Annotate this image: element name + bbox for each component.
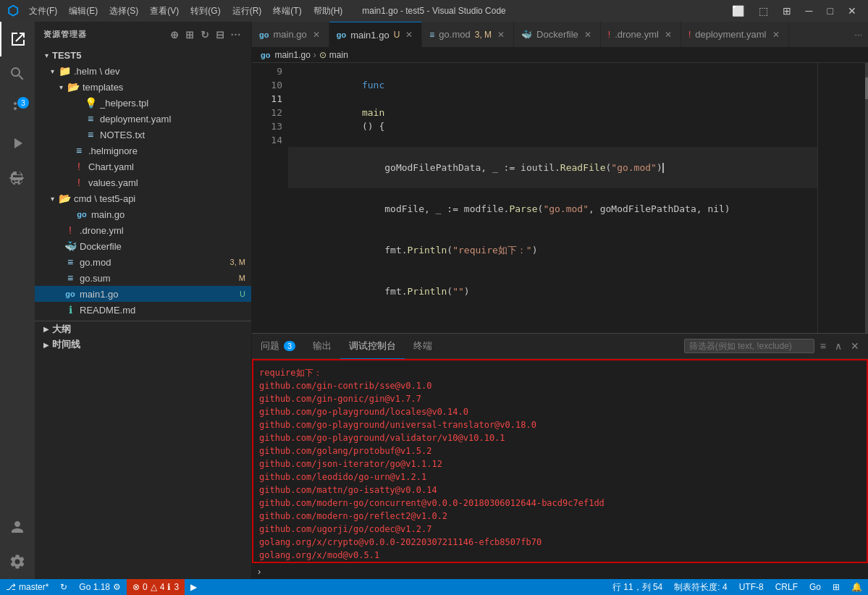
status-bell[interactable]: 🔔 bbox=[846, 579, 868, 595]
tabs-overflow-btn[interactable]: ··· bbox=[848, 22, 868, 47]
breadcrumb-file[interactable]: go bbox=[261, 51, 270, 59]
outline-section[interactable]: ▶ 大纲 bbox=[35, 321, 251, 337]
panel-line-7: github.com/json-iterator/go@v1.1.12 bbox=[259, 457, 861, 470]
tab-deployment[interactable]: ! deployment.yaml ✕ bbox=[681, 22, 789, 47]
tree-chart[interactable]: ! Chart.yaml bbox=[35, 159, 251, 174]
activity-source-control[interactable]: 3 bbox=[0, 91, 35, 126]
tree-cmd-label: cmd \ test5-api bbox=[74, 193, 251, 204]
tree-values[interactable]: ! values.yaml bbox=[35, 174, 251, 190]
tree-templates[interactable]: ▾ 📂 templates bbox=[35, 79, 251, 95]
menu-run[interactable]: 运行(R) bbox=[228, 4, 266, 19]
window-minimize-btn[interactable]: ─ bbox=[801, 4, 817, 18]
menu-goto[interactable]: 转到(G) bbox=[186, 4, 224, 19]
gomod-tab-close[interactable]: ✕ bbox=[496, 29, 506, 41]
sidebar-collapse-btn[interactable]: ⊟ bbox=[214, 28, 227, 42]
timeline-section[interactable]: ▶ 时间线 bbox=[35, 337, 251, 353]
tree-helmignore[interactable]: ≡ .helmignore bbox=[35, 143, 251, 159]
drone-tab-close[interactable]: ✕ bbox=[663, 29, 673, 41]
tab-dockerfile[interactable]: 🐳 Dockerfile ✕ bbox=[514, 22, 601, 47]
main1go-tab-close[interactable]: ✕ bbox=[404, 29, 414, 41]
window-split-btn[interactable]: ⬚ bbox=[754, 4, 772, 18]
tab-maingo[interactable]: go main.go ✕ bbox=[252, 22, 329, 47]
code-editor[interactable]: func main () { goModFilePathData, _ := i… bbox=[288, 63, 817, 333]
status-line-ending[interactable]: CRLF bbox=[770, 579, 804, 595]
sidebar-refresh-btn[interactable]: ↻ bbox=[199, 28, 211, 42]
panel-tab-terminal[interactable]: 终端 bbox=[405, 334, 441, 359]
panel-filter-input[interactable] bbox=[684, 339, 814, 353]
tree-cmd[interactable]: ▾ 📂 cmd \ test5-api bbox=[35, 190, 251, 206]
tree-main-go[interactable]: go main.go bbox=[35, 206, 251, 222]
status-run[interactable]: ▶ bbox=[185, 579, 203, 595]
tree-main1go[interactable]: go main1.go U bbox=[35, 286, 251, 302]
tree-gomod[interactable]: ≡ go.mod 3, M bbox=[35, 254, 251, 270]
tree-root[interactable]: ▾ TEST5 bbox=[35, 47, 251, 63]
scrollbar-thumb[interactable] bbox=[865, 77, 868, 99]
panel-tab-output[interactable]: 输出 bbox=[304, 334, 340, 359]
panel-collapse-btn[interactable]: ∧ bbox=[832, 339, 845, 353]
activity-account[interactable] bbox=[0, 510, 35, 544]
window-layout-btn[interactable]: ⬜ bbox=[728, 4, 749, 18]
tab-drone[interactable]: ! .drone.yml ✕ bbox=[601, 22, 681, 47]
menu-select[interactable]: 选择(S) bbox=[105, 4, 143, 19]
status-branch[interactable]: ⎇ master* bbox=[0, 579, 54, 595]
status-language[interactable]: Go bbox=[804, 579, 827, 595]
status-encoding[interactable]: UTF-8 bbox=[733, 579, 770, 595]
tree-dockerfile[interactable]: 🐳 Dockerfile bbox=[35, 238, 251, 254]
maingo-tab-close[interactable]: ✕ bbox=[311, 29, 321, 41]
tree-readme-label: README.md bbox=[80, 305, 251, 316]
menu-terminal[interactable]: 终端(T) bbox=[269, 4, 306, 19]
menu-view[interactable]: 查看(V) bbox=[146, 4, 183, 19]
status-remote[interactable]: ⊞ bbox=[827, 579, 846, 595]
remote-icon: ⊞ bbox=[833, 582, 840, 592]
status-tab-size[interactable]: 制表符长度: 4 bbox=[668, 579, 733, 595]
sidebar-new-file-btn[interactable]: ⊕ bbox=[169, 28, 181, 42]
menu-file[interactable]: 文件(F) bbox=[25, 4, 62, 19]
deployment-tab-close[interactable]: ✕ bbox=[771, 29, 781, 41]
activity-settings[interactable] bbox=[0, 544, 35, 579]
panel-filter-list-btn[interactable]: ≡ bbox=[817, 339, 829, 353]
panel-close-btn[interactable]: ✕ bbox=[848, 339, 862, 353]
activity-run[interactable] bbox=[0, 126, 35, 161]
main1go-unsaved-dot: U bbox=[394, 30, 400, 40]
tree-readme[interactable]: ℹ README.md bbox=[35, 302, 251, 318]
scrollbar-track[interactable] bbox=[865, 63, 868, 333]
sidebar-more-btn[interactable]: ··· bbox=[229, 28, 243, 42]
tree-helm-dev[interactable]: ▾ 📁 .helm \ dev bbox=[35, 63, 251, 79]
window-grid-btn[interactable]: ⊞ bbox=[778, 4, 796, 18]
tree-notes[interactable]: ≡ NOTES.txt bbox=[35, 127, 251, 143]
window-close-btn[interactable]: ✕ bbox=[843, 4, 861, 18]
menu-help[interactable]: 帮助(H) bbox=[309, 4, 347, 19]
tree-gosum[interactable]: ≡ go.sum M bbox=[35, 270, 251, 286]
panel-line-11: github.com/modern-go/reflect2@v1.0.2 bbox=[259, 510, 861, 523]
status-position[interactable]: 行 11，列 54 bbox=[607, 579, 668, 595]
activity-search[interactable] bbox=[0, 56, 35, 91]
panel-tab-debug[interactable]: 调试控制台 bbox=[340, 334, 405, 359]
activity-explorer[interactable] bbox=[0, 22, 35, 56]
activity-extensions[interactable] bbox=[0, 161, 35, 195]
tree-drone[interactable]: ! .drone.yml bbox=[35, 222, 251, 238]
tab-main1go[interactable]: go main1.go U ✕ bbox=[329, 22, 423, 47]
tab-gomod[interactable]: ≡ go.mod 3, M ✕ bbox=[422, 22, 514, 47]
code-line-11: goModFilePathData, _ := ioutil.ReadFile(… bbox=[288, 147, 817, 188]
status-errors[interactable]: ⊗ 0 △ 4 ℹ 3 bbox=[127, 579, 185, 595]
status-sync[interactable]: ↻ bbox=[54, 579, 73, 595]
terminal-prompt: › bbox=[258, 566, 261, 577]
sidebar-header: 资源管理器 ⊕ ⊞ ↻ ⊟ ··· bbox=[35, 22, 251, 47]
titlebar: ⬡ 文件(F) 编辑(E) 选择(S) 查看(V) 转到(G) 运行(R) 终端… bbox=[0, 0, 868, 22]
menu-edit[interactable]: 编辑(E) bbox=[64, 4, 102, 19]
window-maximize-btn[interactable]: □ bbox=[823, 4, 838, 18]
breadcrumb-symbol[interactable]: main bbox=[329, 50, 348, 60]
panel-tab-problems[interactable]: 问题 3 bbox=[252, 334, 304, 359]
bell-icon: 🔔 bbox=[851, 582, 862, 592]
dockerfile-tab-label: Dockerfile bbox=[536, 29, 578, 40]
status-go-version[interactable]: Go 1.18 ⚙ bbox=[73, 579, 127, 595]
sidebar-new-folder-btn[interactable]: ⊞ bbox=[184, 28, 196, 42]
output-label: 输出 bbox=[313, 339, 332, 353]
tree-deployment-yaml[interactable]: ≡ deployment.yaml bbox=[35, 111, 251, 127]
dockerfile-tab-close[interactable]: ✕ bbox=[583, 29, 593, 41]
breadcrumb-filename[interactable]: main1.go bbox=[274, 50, 310, 60]
go-file-icon: go bbox=[75, 210, 88, 219]
breadcrumb: go main1.go › ⊙ main bbox=[252, 47, 868, 63]
tree-helpers[interactable]: 💡 _helpers.tpl bbox=[35, 95, 251, 111]
go-version-label: Go 1.18 bbox=[79, 582, 110, 592]
